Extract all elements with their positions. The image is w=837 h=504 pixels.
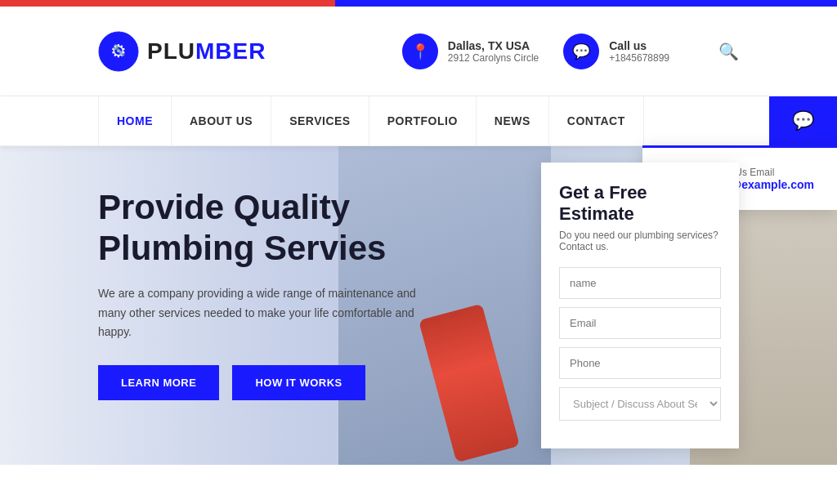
hero-title: Provide Quality Plumbing Servies bbox=[98, 187, 441, 270]
nav-item-about[interactable]: ABOUT US bbox=[172, 96, 271, 145]
hero-description: We are a company providing a wide range … bbox=[98, 284, 441, 342]
address-value: 2912 Carolyns Circle bbox=[448, 52, 539, 64]
phone-value: +1845678899 bbox=[609, 52, 669, 64]
nav-link-services[interactable]: SERVICES bbox=[271, 96, 369, 145]
phone-text: Call us +1845678899 bbox=[609, 39, 669, 64]
phone-label: Call us bbox=[609, 39, 669, 52]
estimate-card: Get a Free Estimate Do you need our plum… bbox=[541, 163, 739, 448]
logo-area: ⚙ 🔧 PLUMBER bbox=[98, 31, 402, 72]
nav-item-news[interactable]: NEWS bbox=[477, 96, 549, 145]
hero-section: Provide Quality Plumbing Servies We are … bbox=[0, 146, 837, 465]
nav-item-contact[interactable]: CONTACT bbox=[549, 96, 644, 145]
header-info: 📍 Dallas, TX USA 2912 Carolyns Circle 💬 … bbox=[402, 33, 739, 69]
phone-icon: 💬 bbox=[563, 33, 599, 69]
estimate-subtitle: Do you need our plumbing services? Conta… bbox=[559, 230, 721, 252]
logo-icon: ⚙ 🔧 bbox=[98, 31, 139, 72]
address-info: 📍 Dallas, TX USA 2912 Carolyns Circle bbox=[402, 33, 539, 69]
navigation: HOME ABOUT US SERVICES PORTFOLIO NEWS CO… bbox=[0, 96, 837, 146]
nav-link-portfolio[interactable]: PORTFOLIO bbox=[369, 96, 477, 145]
hero-title-line2: Plumbing Servies bbox=[98, 229, 386, 267]
learn-more-button[interactable]: LEARN MORE bbox=[98, 365, 219, 400]
nav-item-services[interactable]: SERVICES bbox=[271, 96, 369, 145]
nav-link-contact[interactable]: CONTACT bbox=[549, 96, 644, 145]
hero-buttons: LEARN MORE HOW IT WORKS bbox=[98, 365, 441, 400]
nav-link-home[interactable]: HOME bbox=[98, 96, 172, 145]
search-button[interactable]: 🔍 bbox=[718, 42, 739, 61]
hero-title-line1: Provide Quality bbox=[98, 188, 350, 226]
nav-links: HOME ABOUT US SERVICES PORTFOLIO NEWS CO… bbox=[98, 96, 644, 145]
nav-link-about[interactable]: ABOUT US bbox=[172, 96, 271, 145]
nav-email-block[interactable]: 💬 bbox=[769, 96, 837, 145]
top-bar bbox=[0, 0, 837, 7]
location-icon: 📍 bbox=[402, 33, 438, 69]
address-text: Dallas, TX USA 2912 Carolyns Circle bbox=[448, 39, 539, 64]
subject-select[interactable]: Subject / Discuss About Service Pipe Rep… bbox=[559, 387, 721, 421]
svg-text:🔧: 🔧 bbox=[112, 43, 126, 57]
estimate-form: Subject / Discuss About Service Pipe Rep… bbox=[559, 267, 721, 429]
hero-content: Provide Quality Plumbing Servies We are … bbox=[98, 187, 441, 400]
phone-info: 💬 Call us +1845678899 bbox=[563, 33, 669, 69]
name-input[interactable] bbox=[559, 267, 721, 299]
phone-input[interactable] bbox=[559, 347, 721, 379]
how-it-works-button[interactable]: HOW IT WORKS bbox=[232, 365, 365, 400]
estimate-title: Get a Free Estimate bbox=[559, 182, 721, 225]
nav-link-news[interactable]: NEWS bbox=[477, 96, 549, 145]
email-input[interactable] bbox=[559, 307, 721, 339]
logo-text: PLUMBER bbox=[147, 38, 266, 65]
address-label: Dallas, TX USA bbox=[448, 39, 539, 52]
header: ⚙ 🔧 PLUMBER 📍 Dallas, TX USA 2912 Caroly… bbox=[0, 7, 837, 96]
email-nav-icon: 💬 bbox=[792, 110, 814, 132]
nav-item-portfolio[interactable]: PORTFOLIO bbox=[369, 96, 477, 145]
nav-item-home[interactable]: HOME bbox=[98, 96, 172, 145]
